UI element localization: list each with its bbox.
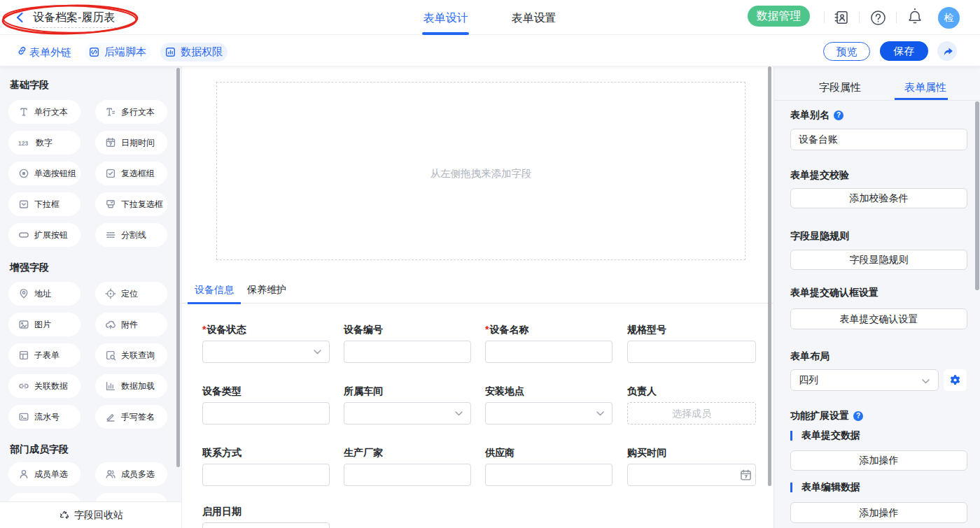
svg-text:123: 123 xyxy=(18,140,28,147)
